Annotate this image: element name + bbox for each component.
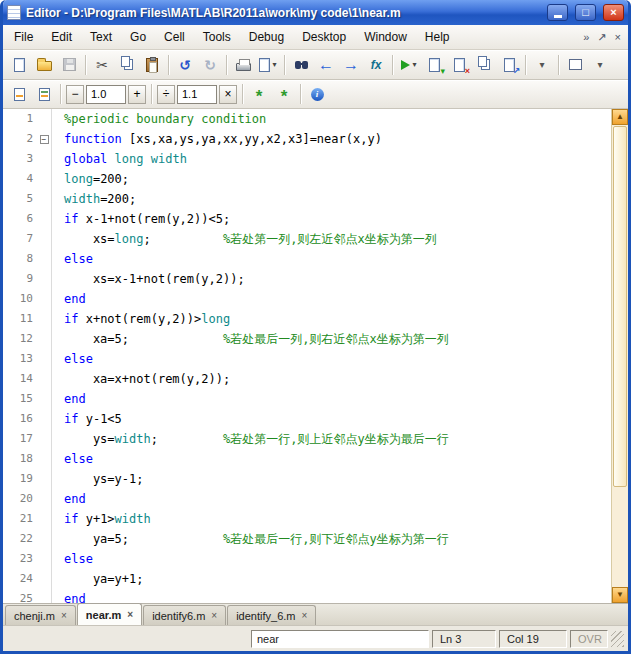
menu-item-debug[interactable]: Debug (240, 27, 293, 47)
line-number[interactable]: 21 (3, 509, 33, 529)
line-number[interactable]: 11 (3, 309, 33, 329)
line-number[interactable]: 4 (3, 169, 33, 189)
scrollbar-thumb[interactable] (613, 126, 627, 487)
line-number[interactable]: 5 (3, 189, 33, 209)
value-increment-field[interactable] (86, 85, 126, 104)
line-number[interactable]: 18 (3, 449, 33, 469)
function-browser-button[interactable]: fx (364, 53, 388, 77)
menu-item-desktop[interactable]: Desktop (293, 27, 355, 47)
tab-close-icon[interactable]: × (127, 610, 133, 620)
line-number[interactable]: 15 (3, 389, 33, 409)
line-number[interactable]: 7 (3, 229, 33, 249)
undo-button[interactable]: ↺ (173, 53, 197, 77)
line-number[interactable]: 8 (3, 249, 33, 269)
open-file-button[interactable] (32, 53, 56, 77)
menu-item-edit[interactable]: Edit (42, 27, 81, 47)
line-number[interactable]: 22 (3, 529, 33, 549)
tab-identify_6.m[interactable]: identify_6.m× (227, 605, 316, 625)
close-button[interactable]: × (603, 4, 624, 21)
line-number[interactable]: 9 (3, 269, 33, 289)
code-line[interactable]: xs=long; %若处第一列,则左近邻点x坐标为第一列 (64, 229, 611, 249)
menu-item-tools[interactable]: Tools (194, 27, 240, 47)
close-file-button[interactable]: × (447, 53, 471, 77)
multiply-value-button[interactable]: × (219, 85, 237, 104)
code-line[interactable]: ya=y+1; (64, 569, 611, 589)
print-button[interactable] (231, 53, 255, 77)
cut-button[interactable]: ✂ (90, 53, 114, 77)
minimize-button[interactable] (547, 4, 568, 21)
menu-item-window[interactable]: Window (355, 27, 416, 47)
code-line[interactable]: ys=y-1; (64, 469, 611, 489)
line-number[interactable]: 10 (3, 289, 33, 309)
line-number[interactable]: 12 (3, 329, 33, 349)
tab-close-icon[interactable]: × (211, 611, 217, 621)
code-line[interactable]: global long width (64, 149, 611, 169)
print-preview-button[interactable]: ▾ (256, 53, 280, 77)
scroll-down-icon[interactable]: ▼ (612, 587, 628, 603)
line-number[interactable]: 1 (3, 109, 33, 129)
code-line[interactable]: xs=x-1+not(rem(y,2)); (64, 269, 611, 289)
increase-value-button[interactable]: + (128, 85, 146, 104)
code-line[interactable]: long=200; (64, 169, 611, 189)
line-number[interactable]: 14 (3, 369, 33, 389)
menu-item-help[interactable]: Help (416, 27, 459, 47)
tab-chenji.m[interactable]: chenji.m× (5, 605, 76, 625)
tab-close-icon[interactable]: × (301, 611, 307, 621)
menu-item-cell[interactable]: Cell (155, 27, 194, 47)
code-line[interactable]: if x+not(rem(y,2))>long (64, 309, 611, 329)
tab-near.m[interactable]: near.m× (77, 603, 142, 625)
tab-close-icon[interactable]: × (61, 611, 67, 621)
code-line[interactable]: else (64, 249, 611, 269)
line-number[interactable]: 24 (3, 569, 33, 589)
run-dropdown-icon[interactable]: ▾ (412, 60, 416, 69)
evaluate-cell-button[interactable]: * (247, 82, 271, 106)
paste-button[interactable] (140, 53, 164, 77)
code-line[interactable]: else (64, 549, 611, 569)
code-line[interactable]: if y+1>width (64, 509, 611, 529)
code-line[interactable]: xa=5; %若处最后一列,则右近邻点x坐标为第一列 (64, 329, 611, 349)
toolbar-overflow-button[interactable]: ▾ (530, 53, 554, 77)
vertical-scrollbar[interactable]: ▲ ▼ (611, 109, 628, 603)
go-forward-button[interactable]: → (339, 53, 363, 77)
code-line[interactable]: if x-1+not(rem(y,2))<5; (64, 209, 611, 229)
layout-options-button[interactable]: ▾ (588, 53, 612, 77)
code-line[interactable]: width=200; (64, 189, 611, 209)
dock-editor-button[interactable]: ↗ (497, 53, 521, 77)
insert-cell-divider-button[interactable] (7, 82, 31, 106)
code-line[interactable]: else (64, 349, 611, 369)
menu-item-file[interactable]: File (5, 27, 42, 47)
evaluate-cell-and-advance-button[interactable]: * (272, 82, 296, 106)
redo-button[interactable]: ↻ (198, 53, 222, 77)
divide-value-button[interactable]: ÷ (157, 85, 175, 104)
line-number[interactable]: 13 (3, 349, 33, 369)
fold-toggle[interactable]: − (37, 129, 51, 149)
code-line[interactable]: %periodic boundary condition (64, 109, 611, 129)
tile-documents-button[interactable] (472, 53, 496, 77)
publish-button[interactable]: ▾ (422, 53, 446, 77)
tab-identify6.m[interactable]: identify6.m× (143, 605, 226, 625)
menu-overflow-icon[interactable]: » (581, 31, 591, 43)
find-files-button[interactable] (289, 53, 313, 77)
insert-cell-title-button[interactable] (32, 82, 56, 106)
line-number[interactable]: 25 (3, 589, 33, 603)
line-number[interactable]: 23 (3, 549, 33, 569)
code-line[interactable]: end (64, 289, 611, 309)
line-number[interactable]: 20 (3, 489, 33, 509)
print-preview-dropdown-icon[interactable]: ▾ (272, 60, 276, 69)
line-number[interactable]: 6 (3, 209, 33, 229)
help-info-button[interactable]: i (305, 82, 329, 106)
line-number[interactable]: 16 (3, 409, 33, 429)
value-multiplier-field[interactable] (177, 85, 217, 104)
new-script-button[interactable] (7, 53, 31, 77)
code-line[interactable]: if y-1<5 (64, 409, 611, 429)
code-line[interactable]: function [xs,xa,ys,ya,xx,yy,x2,x3]=near(… (64, 129, 611, 149)
code-area[interactable]: %periodic boundary conditionfunction [xs… (52, 109, 611, 603)
decrease-value-button[interactable]: − (66, 85, 84, 104)
maximize-button[interactable]: □ (575, 4, 596, 21)
resize-grip[interactable] (611, 631, 624, 647)
code-line[interactable]: end (64, 589, 611, 603)
scroll-up-icon[interactable]: ▲ (612, 109, 628, 125)
collapse-minus-icon[interactable]: − (40, 135, 49, 144)
menu-item-text[interactable]: Text (81, 27, 121, 47)
code-line[interactable]: end (64, 389, 611, 409)
